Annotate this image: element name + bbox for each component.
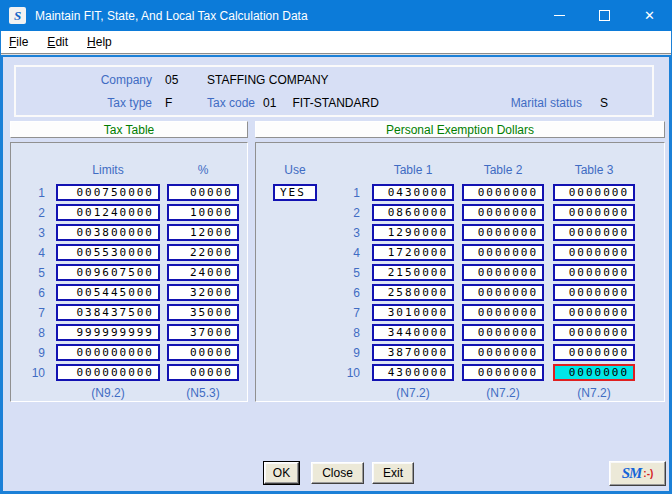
table3-field[interactable]: 0000000 bbox=[553, 344, 635, 361]
personal-exemption-row: 8 3440000 0000000 0000000 bbox=[256, 324, 664, 341]
percent-field[interactable]: 24000 bbox=[167, 264, 239, 281]
marital-status-value: S bbox=[600, 96, 608, 110]
row-number: 1 bbox=[11, 186, 45, 200]
table2-field[interactable]: 0000000 bbox=[462, 244, 544, 261]
table2-field[interactable]: 0000000 bbox=[462, 224, 544, 241]
table2-field[interactable]: 0000000 bbox=[462, 264, 544, 281]
limit-field[interactable]: 005530000 bbox=[56, 244, 160, 261]
row-number: 4 bbox=[11, 246, 45, 260]
limit-field[interactable]: 999999999 bbox=[56, 324, 160, 341]
table3-field[interactable]: 0000000 bbox=[553, 304, 635, 321]
percent-field[interactable]: 35000 bbox=[167, 304, 239, 321]
smiley-icon: :-) bbox=[643, 468, 653, 479]
table2-field[interactable]: 0000000 bbox=[462, 284, 544, 301]
row-number: 3 bbox=[11, 226, 45, 240]
table3-field[interactable]: 0000000 bbox=[553, 324, 635, 341]
menu-item-file[interactable]: File bbox=[9, 35, 28, 49]
title-bar: S Maintain FIT, State, And Local Tax Cal… bbox=[0, 0, 672, 31]
table3-field[interactable]: 0000000 bbox=[553, 284, 635, 301]
tax-table-row: 5 009607500 24000 bbox=[11, 264, 247, 281]
table2-field[interactable]: 0000000 bbox=[462, 344, 544, 361]
personal-exemption-row: 7 3010000 0000000 0000000 bbox=[256, 304, 664, 321]
limit-field[interactable]: 009607500 bbox=[56, 264, 160, 281]
table2-field[interactable]: 0000000 bbox=[462, 184, 544, 201]
table2-field[interactable]: 0000000 bbox=[462, 304, 544, 321]
personal-exemption-row: 2 0860000 0000000 0000000 bbox=[256, 204, 664, 221]
menu-item-help[interactable]: Help bbox=[87, 35, 112, 49]
table3-field[interactable]: 0000000 bbox=[553, 184, 635, 201]
table1-field[interactable]: 1720000 bbox=[372, 244, 454, 261]
exit-button[interactable]: Exit bbox=[372, 462, 414, 484]
tax-code-label: Tax code bbox=[207, 96, 255, 110]
table1-field[interactable]: 0860000 bbox=[372, 204, 454, 221]
table3-field[interactable]: 0000000 bbox=[553, 204, 635, 221]
percent-field[interactable]: 00000 bbox=[167, 364, 239, 381]
menu-item-edit[interactable]: Edit bbox=[47, 35, 68, 49]
table3-field[interactable]: 0000000 bbox=[553, 224, 635, 241]
table1-field[interactable]: 2580000 bbox=[372, 284, 454, 301]
app-icon: S bbox=[9, 7, 26, 24]
tax-type-value: F bbox=[165, 96, 199, 110]
tax-code-value: 01 bbox=[263, 96, 276, 110]
percent-field[interactable]: 22000 bbox=[167, 244, 239, 261]
minimize-icon bbox=[554, 15, 565, 16]
table2-field[interactable]: 0000000 bbox=[462, 364, 544, 381]
table3-field[interactable]: 0000000 bbox=[553, 364, 635, 381]
personal-exemption-rows: 1 0430000 0000000 0000000 2 0860000 0000… bbox=[256, 184, 664, 384]
row-number: 8 bbox=[256, 326, 360, 340]
percent-field[interactable]: 00000 bbox=[167, 184, 239, 201]
limit-field[interactable]: 001240000 bbox=[56, 204, 160, 221]
limits-column-header: Limits bbox=[56, 163, 160, 177]
limit-field[interactable]: 003800000 bbox=[56, 224, 160, 241]
marital-status-label: Marital status bbox=[511, 96, 582, 110]
row-number: 3 bbox=[256, 226, 360, 240]
personal-exemption-row: 3 1290000 0000000 0000000 bbox=[256, 224, 664, 241]
close-dialog-button[interactable]: Close bbox=[311, 462, 364, 484]
table1-field[interactable]: 1290000 bbox=[372, 224, 454, 241]
percent-field[interactable]: 32000 bbox=[167, 284, 239, 301]
table1-field[interactable]: 3010000 bbox=[372, 304, 454, 321]
percent-field[interactable]: 12000 bbox=[167, 224, 239, 241]
table3-field[interactable]: 0000000 bbox=[553, 244, 635, 261]
table1-field[interactable]: 3870000 bbox=[372, 344, 454, 361]
tax-table-row: 9 000000000 00000 bbox=[11, 344, 247, 361]
tax-table-rows: 1 000750000 00000 2 001240000 10000 3 00… bbox=[11, 184, 247, 384]
table3-format-label: (N7.2) bbox=[553, 386, 635, 400]
table2-format-label: (N7.2) bbox=[462, 386, 544, 400]
table1-field[interactable]: 3440000 bbox=[372, 324, 454, 341]
close-button[interactable]: ✕ bbox=[627, 0, 672, 31]
table1-format-label: (N7.2) bbox=[372, 386, 454, 400]
row-number: 6 bbox=[11, 286, 45, 300]
table2-field[interactable]: 0000000 bbox=[462, 324, 544, 341]
tax-table-panel-title: Tax Table bbox=[10, 121, 248, 138]
tax-table-panel: Limits % 1 000750000 00000 2 001240000 1… bbox=[10, 142, 248, 402]
percent-field[interactable]: 10000 bbox=[167, 204, 239, 221]
personal-exemption-row: 10 4300000 0000000 0000000 bbox=[256, 364, 664, 381]
table1-field[interactable]: 0430000 bbox=[372, 184, 454, 201]
tax-table-row: 8 999999999 37000 bbox=[11, 324, 247, 341]
company-label: Company bbox=[16, 73, 152, 87]
client-area: Company 05 STAFFING COMPANY Tax type F T… bbox=[3, 57, 669, 491]
limit-field[interactable]: 000000000 bbox=[56, 344, 160, 361]
percent-field[interactable]: 00000 bbox=[167, 344, 239, 361]
table2-field[interactable]: 0000000 bbox=[462, 204, 544, 221]
sm-logo-button[interactable]: SM :-) bbox=[609, 461, 666, 486]
personal-exemption-panel: Use Table 1 Table 2 Table 3 YES 1 043000… bbox=[255, 142, 665, 402]
limit-field[interactable]: 038437500 bbox=[56, 304, 160, 321]
tax-table-row: 2 001240000 10000 bbox=[11, 204, 247, 221]
window-controls: ✕ bbox=[537, 0, 672, 31]
table1-field[interactable]: 2150000 bbox=[372, 264, 454, 281]
table3-field[interactable]: 0000000 bbox=[553, 264, 635, 281]
maximize-button[interactable] bbox=[582, 0, 627, 31]
row-number: 5 bbox=[11, 266, 45, 280]
limit-field[interactable]: 000750000 bbox=[56, 184, 160, 201]
table1-field[interactable]: 4300000 bbox=[372, 364, 454, 381]
limit-field[interactable]: 005445000 bbox=[56, 284, 160, 301]
tax-table-row: 6 005445000 32000 bbox=[11, 284, 247, 301]
row-number: 9 bbox=[11, 346, 45, 360]
percent-field[interactable]: 37000 bbox=[167, 324, 239, 341]
limit-field[interactable]: 000000000 bbox=[56, 364, 160, 381]
ok-button[interactable]: OK bbox=[264, 462, 299, 484]
row-number: 5 bbox=[256, 266, 360, 280]
minimize-button[interactable] bbox=[537, 0, 582, 31]
